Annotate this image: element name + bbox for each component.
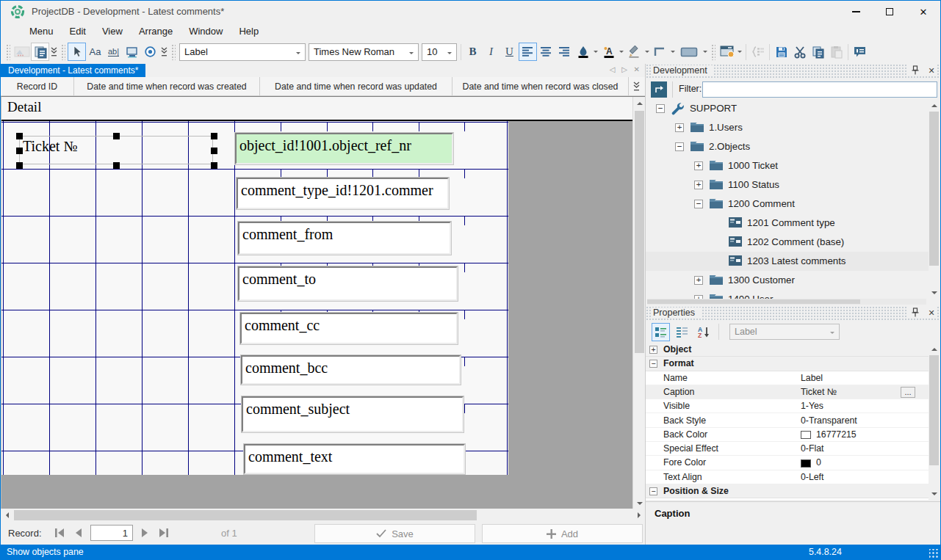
selection-handle[interactable]: [16, 162, 23, 169]
tab-nav-icons[interactable]: ◁ ▷ ✕: [610, 65, 642, 73]
scrollbar-thumb[interactable]: [14, 510, 477, 520]
properties-vertical-scrollbar[interactable]: [929, 343, 940, 500]
bold-button[interactable]: B: [464, 43, 482, 61]
comment-button[interactable]: [851, 43, 869, 61]
property-row[interactable]: NameLabel: [646, 371, 929, 385]
apply-filter-button[interactable]: [651, 81, 667, 98]
tree-item[interactable]: +1.Users: [646, 118, 929, 137]
form-settings-button[interactable]: [718, 43, 736, 61]
scroll-up-arrow[interactable]: [929, 99, 940, 112]
property-group-row[interactable]: −Position & Size: [646, 484, 929, 498]
pin-icon[interactable]: [910, 307, 920, 319]
menu-item-help[interactable]: Help: [231, 23, 267, 39]
last-record-button[interactable]: [156, 525, 171, 541]
toolbar-grip[interactable]: [61, 44, 65, 60]
underline-button[interactable]: U: [500, 43, 519, 61]
image-tool-button[interactable]: [12, 43, 31, 61]
scroll-right-arrow[interactable]: [632, 509, 645, 521]
column-header[interactable]: Record ID: [1, 77, 74, 96]
tree-item[interactable]: 1201 Comment type: [646, 214, 929, 233]
save-record-button[interactable]: Save: [314, 524, 475, 543]
collapse-icon[interactable]: −: [649, 487, 657, 495]
pin-icon[interactable]: [910, 65, 920, 76]
menu-item-view[interactable]: View: [94, 23, 131, 39]
sort-az-button[interactable]: A Z: [694, 323, 713, 341]
tree-item[interactable]: +1100 Status: [646, 175, 929, 194]
selection-handle[interactable]: [211, 162, 217, 169]
expand-icon[interactable]: +: [694, 276, 703, 285]
expand-icon[interactable]: +: [694, 161, 703, 170]
italic-button[interactable]: I: [482, 43, 500, 61]
property-row[interactable]: CaptionTicket №...: [646, 385, 929, 399]
tree-item[interactable]: −SUPPORT: [646, 99, 929, 118]
collapse-icon[interactable]: −: [649, 360, 657, 368]
property-row[interactable]: Back Style0-Transparent: [646, 414, 929, 428]
selection-handle[interactable]: [16, 133, 23, 139]
designer-vertical-scrollbar[interactable]: [632, 97, 645, 509]
form-settings-dropdown[interactable]: [736, 43, 743, 61]
scroll-left-arrow[interactable]: [1, 509, 13, 521]
form-field-textbox[interactable]: comment_to: [238, 266, 458, 301]
close-button[interactable]: ✕: [906, 1, 940, 23]
label-tool-button[interactable]: Aa: [86, 43, 104, 61]
property-row[interactable]: Back Color16777215: [646, 428, 929, 442]
categorized-view-button[interactable]: [652, 323, 670, 341]
scroll-up-arrow[interactable]: [633, 97, 646, 109]
textbox-tool-button[interactable]: ab|: [104, 43, 123, 61]
filter-input[interactable]: [702, 81, 937, 98]
property-group-row[interactable]: +Object: [646, 343, 929, 357]
collapse-icon[interactable]: −: [694, 200, 703, 208]
toolbar-grip[interactable]: [711, 44, 715, 60]
font-size-select[interactable]: 10: [422, 43, 457, 61]
collapse-icon[interactable]: −: [675, 142, 684, 151]
close-pane-icon[interactable]: ✕: [926, 65, 937, 76]
minimize-button[interactable]: [839, 1, 873, 23]
property-row[interactable]: Fore Color0: [646, 456, 929, 470]
expand-icon[interactable]: +: [675, 123, 684, 132]
selected-object-select[interactable]: Label: [729, 324, 840, 340]
alphabetical-view-button[interactable]: [673, 323, 691, 341]
shape-style-dropdown[interactable]: [702, 43, 709, 61]
form-field-textbox[interactable]: comment_from: [238, 222, 451, 255]
screen-tool-button[interactable]: [123, 43, 141, 61]
pen-color-button[interactable]: [625, 43, 643, 61]
property-row[interactable]: Visible1-Yes: [646, 399, 929, 413]
toolbar-grip[interactable]: [6, 44, 10, 60]
tree-item[interactable]: +1400 User: [646, 290, 929, 299]
form-field-textbox[interactable]: comment_text: [244, 444, 465, 474]
cut-button[interactable]: [790, 43, 809, 61]
border-style-button[interactable]: [651, 43, 669, 61]
first-record-button[interactable]: [52, 525, 67, 541]
column-header-overflow-button[interactable]: [629, 77, 644, 95]
menu-item-window[interactable]: Window: [181, 23, 231, 39]
tree-item[interactable]: −2.Objects: [646, 137, 929, 156]
tree-horizontal-scrollbar[interactable]: [647, 299, 926, 305]
scroll-down-arrow[interactable]: [633, 497, 646, 509]
add-record-button[interactable]: Add: [482, 524, 643, 543]
scroll-down-arrow[interactable]: [929, 286, 940, 299]
maximize-button[interactable]: [873, 1, 906, 23]
tree-vertical-scrollbar[interactable]: [929, 99, 940, 299]
property-row[interactable]: Special Effect0-Flat: [646, 442, 929, 456]
font-name-select[interactable]: Times New Roman: [309, 43, 419, 61]
collapse-icon[interactable]: −: [656, 104, 665, 113]
column-header[interactable]: Date and time when record was closed: [453, 77, 629, 96]
radio-tool-button[interactable]: [141, 43, 159, 61]
tab-development-latest-comments[interactable]: Development - Latest comments*: [1, 64, 145, 77]
column-header[interactable]: Date and time when record was updated: [260, 77, 453, 96]
column-header[interactable]: Date and time when record was created: [74, 77, 260, 96]
pointer-tool-button[interactable]: [68, 43, 86, 61]
selected-label-control[interactable]: Ticket №: [19, 136, 213, 164]
form-design-surface[interactable]: object_id!1001.object_ref_nrcomment_type…: [1, 121, 508, 475]
selection-handle[interactable]: [16, 148, 23, 154]
copy-button[interactable]: [809, 43, 827, 61]
fill-color-dropdown[interactable]: [592, 43, 599, 61]
form-field-textbox[interactable]: comment_bcc: [241, 355, 461, 385]
scroll-down-arrow[interactable]: [929, 487, 940, 500]
close-pane-icon[interactable]: ✕: [926, 307, 937, 319]
tree-item[interactable]: +1300 Customer: [646, 271, 929, 290]
form-field-textbox[interactable]: comment_cc: [240, 313, 458, 344]
save-button[interactable]: [772, 43, 790, 61]
designer-horizontal-scrollbar[interactable]: [1, 509, 645, 522]
menu-item-arrange[interactable]: Arrange: [131, 23, 181, 39]
